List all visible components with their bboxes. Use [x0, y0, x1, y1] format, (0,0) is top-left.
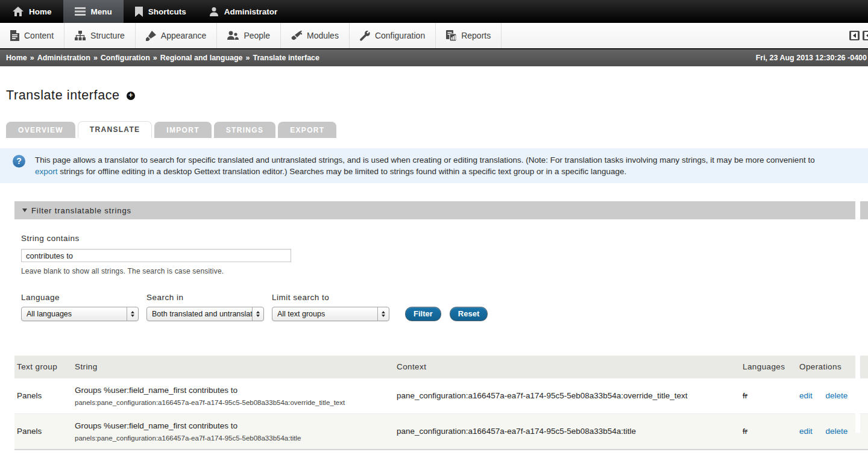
toolbar-menu-label: Menu: [91, 7, 112, 16]
toolbar-menu[interactable]: Menu: [63, 0, 124, 23]
language-select-value: All languages: [27, 310, 127, 318]
filter-button[interactable]: Filter: [405, 307, 441, 321]
edit-link[interactable]: edit: [799, 391, 813, 400]
limit-search-select[interactable]: All text groups: [272, 307, 389, 321]
language-code: fr: [743, 391, 747, 400]
language-label: Language: [21, 293, 139, 302]
strings-table: Text group String Context Languages Oper…: [14, 356, 868, 450]
search-in-select[interactable]: Both translated and untranslated: [146, 307, 264, 321]
menu-icon: [75, 7, 86, 16]
people-icon: [227, 31, 239, 40]
toolbar-user[interactable]: Administrator: [198, 0, 289, 23]
string-contains-input[interactable]: [21, 249, 291, 262]
breadcrumb-configuration[interactable]: Configuration: [101, 54, 150, 62]
sitemap-icon: [75, 31, 86, 41]
shortcut-modules[interactable]: Modules: [281, 23, 350, 48]
string-contains-description: Leave blank to show all strings. The sea…: [21, 267, 868, 275]
paintbrush-icon: [146, 31, 156, 41]
tab-strings[interactable]: STRINGS: [214, 122, 275, 138]
page-title: Translate interface: [6, 88, 120, 103]
shortcut-people[interactable]: People: [217, 23, 281, 48]
user-icon: [209, 7, 219, 16]
export-link[interactable]: export: [35, 167, 58, 176]
shortcut-content-label: Content: [24, 31, 54, 40]
report-icon: [446, 30, 456, 41]
breadcrumb-current: Translate interface: [253, 54, 319, 62]
shortcut-appearance[interactable]: Appearance: [136, 23, 218, 48]
breadcrumb: Home » Administration » Configuration » …: [6, 54, 319, 62]
toolbar-home[interactable]: Home: [1, 0, 63, 23]
filter-legend-label: Filter translatable strings: [31, 206, 131, 215]
delete-link[interactable]: delete: [826, 427, 848, 436]
toolbar-controls: [849, 23, 868, 48]
table-row: Panels Groups %user:field_name_first con…: [14, 378, 868, 413]
table-header-row: Text group String Context Languages Oper…: [14, 356, 868, 378]
search-in-select-value: Both translated and untranslated: [152, 310, 252, 318]
limit-search-label: Limit search to: [272, 293, 389, 302]
string-title: Groups %user:field_name_first contribute…: [75, 421, 389, 430]
breadcrumb-bar: Home » Administration » Configuration » …: [0, 48, 868, 66]
select-stepper-icon: [377, 307, 389, 321]
shortcut-bar: Content Structure Appearance People Modu…: [0, 23, 868, 48]
collapse-arrow-icon: [22, 209, 27, 212]
shortcut-structure-label: Structure: [90, 31, 125, 40]
cell-string: Groups %user:field_name_first contribute…: [72, 378, 394, 413]
header-languages: Languages: [740, 356, 797, 378]
breadcrumb-home[interactable]: Home: [6, 54, 27, 62]
wrench-icon: [360, 31, 370, 41]
cell-string: Groups %user:field_name_first contribute…: [72, 413, 394, 450]
tab-import[interactable]: IMPORT: [154, 122, 211, 138]
help-icon: ?: [13, 155, 25, 168]
header-string: String: [72, 356, 394, 378]
delete-link[interactable]: delete: [826, 391, 848, 400]
tab-translate[interactable]: TRANSLATE: [78, 121, 152, 138]
toolbar-home-label: Home: [29, 7, 52, 16]
collapse-left-button[interactable]: [849, 31, 860, 40]
contextual-add-icon[interactable]: +: [127, 92, 135, 100]
shortcut-reports[interactable]: Reports: [436, 23, 502, 48]
main-content: Translate interface + OVERVIEW TRANSLATE…: [0, 88, 868, 450]
help-text-after: strings for offline editing in a desktop…: [58, 167, 627, 176]
shortcut-people-label: People: [244, 31, 270, 40]
cell-languages: fr: [740, 413, 797, 450]
edit-link[interactable]: edit: [799, 427, 813, 436]
breadcrumb-separator: »: [30, 54, 34, 62]
content-icon: [10, 30, 19, 41]
table-row: Panels Groups %user:field_name_first con…: [14, 413, 868, 450]
string-title: Groups %user:field_name_first contribute…: [75, 386, 389, 395]
admin-toolbar: Home Menu Shortcuts Administrator: [0, 0, 868, 23]
shortcut-structure[interactable]: Structure: [64, 23, 136, 48]
header-text-group: Text group: [14, 356, 72, 378]
breadcrumb-separator: »: [93, 54, 98, 62]
cell-languages: fr: [740, 378, 797, 413]
select-stepper-icon: [127, 307, 138, 321]
clock: Fri, 23 Aug 2013 12:30:26 -0400: [756, 54, 867, 62]
cell-text-group: Panels: [14, 378, 72, 413]
tab-overview[interactable]: OVERVIEW: [6, 122, 75, 138]
search-in-label: Search in: [146, 293, 264, 302]
string-contains-label: String contains: [21, 234, 868, 243]
reset-button[interactable]: Reset: [450, 307, 488, 321]
arrow-left-icon: [853, 33, 856, 38]
breadcrumb-administration[interactable]: Administration: [37, 54, 90, 62]
select-stepper-icon: [252, 307, 263, 321]
language-select[interactable]: All languages: [21, 307, 139, 321]
collapse-left-button-2[interactable]: [863, 31, 868, 40]
cell-text-group: Panels: [14, 413, 72, 450]
content-gutter: [855, 200, 860, 433]
modules-icon: [291, 31, 302, 41]
filter-fieldset-legend[interactable]: Filter translatable strings: [14, 201, 868, 219]
filter-fieldset: Filter translatable strings String conta…: [14, 201, 868, 337]
cell-context: pane_configuration:a166457a-ea7f-a174-95…: [394, 378, 740, 413]
bookmark-icon: [135, 7, 143, 17]
shortcut-content[interactable]: Content: [0, 23, 64, 48]
language-code: fr: [743, 427, 747, 436]
shortcut-appearance-label: Appearance: [161, 31, 207, 40]
shortcut-configuration[interactable]: Configuration: [350, 23, 436, 48]
filter-fieldset-body: String contains Leave blank to show all …: [14, 219, 868, 337]
breadcrumb-regional[interactable]: Regional and language: [160, 54, 243, 62]
tab-export[interactable]: EXPORT: [278, 122, 336, 138]
cell-context: pane_configuration:a166457a-ea7f-a174-95…: [394, 413, 740, 450]
toolbar-shortcuts[interactable]: Shortcuts: [124, 0, 198, 23]
breadcrumb-separator: »: [153, 54, 157, 62]
